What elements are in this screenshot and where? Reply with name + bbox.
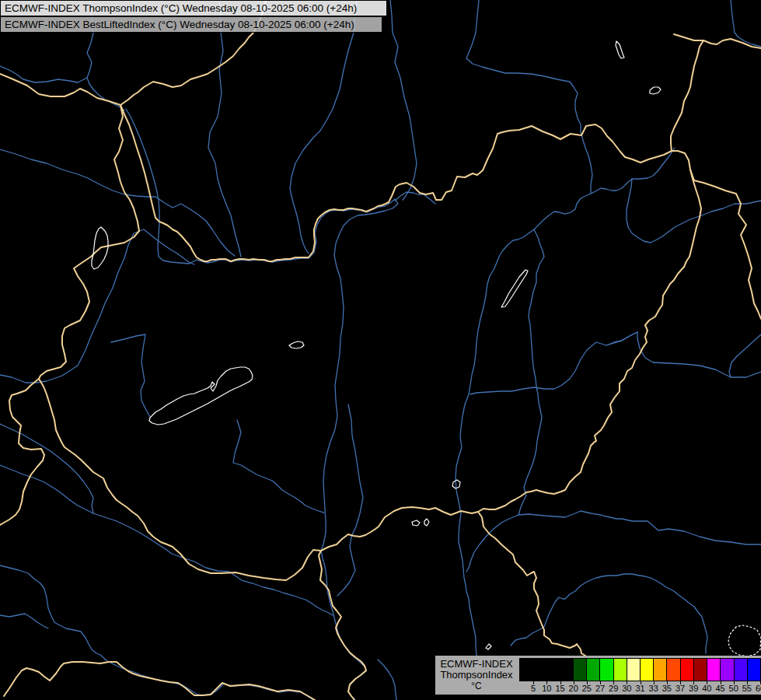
legend-color-cell: [707, 659, 721, 681]
legend-color-cell: [721, 659, 734, 681]
country-border-line: [671, 40, 703, 151]
legend-tick-label: 37: [675, 684, 685, 693]
legend-tick-label: 39: [689, 684, 698, 693]
country-border-line: [389, 124, 672, 202]
river-line: [511, 574, 707, 653]
country-border-line: [0, 379, 44, 525]
legend-tick-label: 25: [582, 684, 592, 693]
legend-color-cell: [681, 659, 694, 681]
lake-outline: [650, 87, 661, 94]
legend-tick-label: 50: [729, 684, 738, 693]
river-line: [0, 424, 93, 513]
legend-tick-label: 30: [622, 684, 631, 693]
lake-outline: [149, 367, 253, 425]
country-border-line: [4, 662, 315, 700]
legend-color-cell: [587, 659, 600, 681]
river-line: [0, 465, 333, 615]
country-border-line: [39, 105, 139, 379]
river-line: [466, 511, 761, 572]
legend-color-cell: [546, 659, 560, 681]
river-line: [390, 0, 417, 200]
legend-tick-label: 35: [662, 684, 672, 693]
legend-color-cell: [533, 659, 546, 681]
river-line: [337, 404, 363, 596]
legend-color-cell: [560, 659, 574, 681]
river-line: [126, 109, 398, 700]
map-title-line1: ECMWF-INDEX ThompsonIndex (°C) Wednesday…: [0, 0, 387, 16]
weather-map-page: ECMWF-INDEX ThompsonIndex (°C) Wednesday…: [0, 0, 761, 700]
river-line: [606, 332, 637, 345]
legend-tick-label: 55: [742, 684, 752, 693]
legend-colorbar: [519, 658, 761, 681]
river-line: [111, 334, 150, 417]
legend-color-cell: [641, 659, 654, 681]
legend-color-cell: [520, 659, 533, 681]
river-line: [729, 334, 761, 377]
legend-color-cell: [667, 659, 680, 681]
legend-color-cell: [614, 659, 627, 681]
legend-unit-label: °C: [471, 681, 481, 691]
legend-color-cell: [600, 659, 613, 681]
lake-outline: [616, 41, 624, 58]
lake-outline: [289, 341, 304, 348]
country-border-line: [690, 170, 761, 319]
country-border-line: [120, 105, 389, 261]
country-border-line: [536, 151, 701, 494]
legend-text-block: ECMWF-INDEX ThompsonIndex °C: [435, 656, 518, 695]
color-scale-legend: ECMWF-INDEX ThompsonIndex °C 51015202527…: [435, 656, 761, 695]
river-line: [0, 614, 48, 628]
river-line: [518, 229, 544, 515]
legend-tick-label: 33: [649, 684, 658, 693]
map-title-line1-text: ECMWF-INDEX ThompsonIndex (°C) Wednesday…: [5, 2, 357, 14]
country-border-line: [674, 34, 761, 48]
legend-tick-label: 29: [609, 684, 618, 693]
legend-color-cell: [735, 659, 748, 681]
legend-tick-label: 10: [542, 684, 551, 693]
weather-map: [0, 0, 761, 700]
legend-tick-label: 5: [531, 684, 536, 693]
map-title-line2-text: ECMWF-INDEX BestLiftedIndex (°C) Wednesd…: [5, 19, 354, 30]
map-title-line2: ECMWF-INDEX BestLiftedIndex (°C) Wednesd…: [0, 16, 382, 33]
legend-tick-label: 45: [715, 684, 724, 693]
lake-outline: [424, 519, 429, 526]
legend-tick-label: 27: [595, 684, 605, 693]
river-line: [208, 0, 241, 257]
legend-model-label: ECMWF-INDEX: [440, 659, 512, 670]
legend-tick-label: 31: [635, 684, 644, 693]
legend-tick-label: 40: [702, 684, 711, 693]
river-line: [456, 148, 675, 656]
legend-color-cell: [574, 659, 587, 681]
legend-color-cell: [694, 659, 707, 681]
lake-outline: [501, 270, 528, 307]
river-line: [0, 229, 194, 383]
legend-tick-label: 20: [569, 684, 578, 693]
river-line: [378, 660, 396, 700]
river-line: [0, 149, 235, 256]
legend-tick-label: 60: [756, 684, 761, 693]
legend-color-cell: [627, 659, 641, 681]
country-border-line: [39, 379, 536, 580]
legend-color-cell: [654, 659, 667, 681]
country-border-line: [0, 74, 120, 105]
legend-color-cell: [748, 659, 760, 681]
river-line: [627, 179, 761, 243]
lake-outline: [486, 644, 491, 649]
lake-outline-dotted: [728, 625, 761, 656]
legend-index-label: ThompsonIndex: [440, 670, 512, 681]
river-line: [233, 420, 324, 513]
legend-tick-label: 15: [555, 684, 564, 693]
lake-outline: [412, 520, 420, 526]
